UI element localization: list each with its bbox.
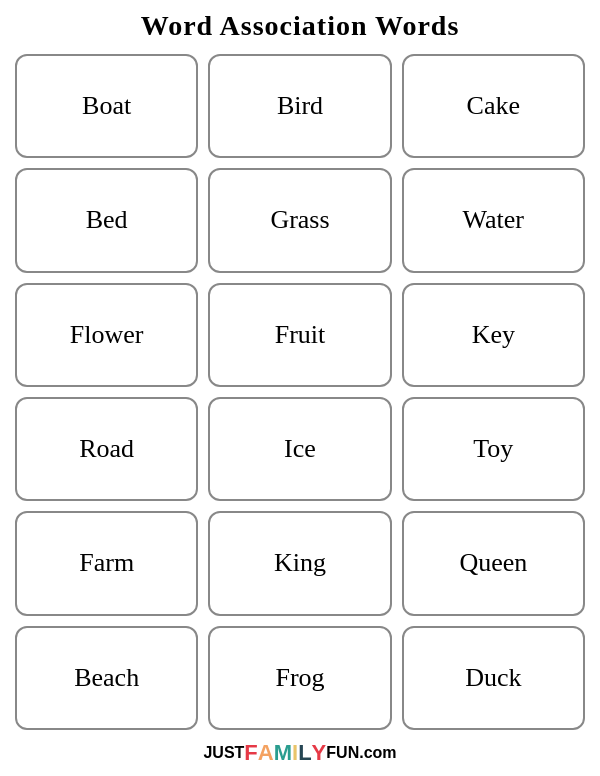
word-card[interactable]: Queen xyxy=(402,511,585,615)
word-card[interactable]: Bird xyxy=(208,54,391,158)
word-grid: BoatBirdCakeBedGrassWaterFlowerFruitKeyR… xyxy=(15,54,585,730)
word-card[interactable]: Cake xyxy=(402,54,585,158)
word-card[interactable]: Road xyxy=(15,397,198,501)
footer-just: JUST xyxy=(203,744,244,762)
word-card[interactable]: Water xyxy=(402,168,585,272)
word-card[interactable]: Frog xyxy=(208,626,391,730)
word-card[interactable]: Duck xyxy=(402,626,585,730)
word-card[interactable]: Toy xyxy=(402,397,585,501)
footer-l: L xyxy=(298,740,311,766)
word-card[interactable]: Fruit xyxy=(208,283,391,387)
word-card[interactable]: Key xyxy=(402,283,585,387)
word-card[interactable]: Bed xyxy=(15,168,198,272)
footer-a: A xyxy=(258,740,274,766)
word-card[interactable]: Boat xyxy=(15,54,198,158)
word-card[interactable]: Farm xyxy=(15,511,198,615)
word-card[interactable]: Ice xyxy=(208,397,391,501)
page-title: Word Association Words xyxy=(141,10,460,42)
footer-m: M xyxy=(274,740,292,766)
word-card[interactable]: Grass xyxy=(208,168,391,272)
footer: JUST F A M I L Y FUN.com xyxy=(203,740,396,766)
footer-y: Y xyxy=(312,740,327,766)
footer-fun: FUN.com xyxy=(326,744,396,762)
word-card[interactable]: Flower xyxy=(15,283,198,387)
word-card[interactable]: King xyxy=(208,511,391,615)
footer-f: F xyxy=(244,740,257,766)
word-card[interactable]: Beach xyxy=(15,626,198,730)
